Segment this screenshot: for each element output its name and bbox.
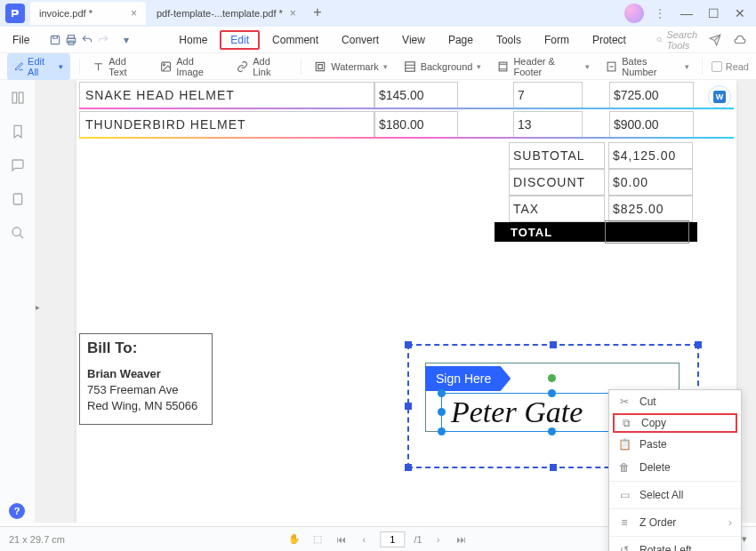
ctx-zorder[interactable]: ≡Z Order›	[609, 511, 741, 534]
tab-template[interactable]: pdf-template-...template.pdf * ×	[148, 2, 305, 25]
ctx-cut[interactable]: ✂Cut	[609, 390, 741, 413]
background-button[interactable]: Background▾	[400, 59, 486, 75]
new-tab-button[interactable]: +	[307, 2, 328, 23]
menu-view[interactable]: View	[391, 30, 436, 50]
resize-handle[interactable]	[438, 389, 446, 397]
resize-handle[interactable]	[695, 341, 702, 348]
help-button[interactable]: ?	[9, 503, 25, 519]
menu-tools[interactable]: Tools	[486, 30, 532, 50]
bookmark-icon[interactable]	[9, 123, 27, 140]
resize-handle[interactable]	[550, 341, 557, 348]
undo-icon[interactable]	[81, 30, 93, 50]
hand-tool-icon[interactable]: ✋	[287, 532, 302, 547]
edit-toolbar: Edit All ▾ Add Text Add Image Add Link W…	[0, 53, 756, 80]
first-page-icon[interactable]: ⏮	[334, 532, 348, 547]
dropdown-icon[interactable]: ▾	[124, 30, 129, 50]
add-image-button[interactable]: Add Image	[157, 54, 224, 79]
header-footer-button[interactable]: Header & Footer▾	[494, 54, 593, 79]
thumbnails-icon[interactable]	[9, 89, 27, 107]
search-tools[interactable]: Search Tools	[656, 29, 702, 51]
collapse-chevron-icon[interactable]: ▶	[36, 302, 40, 312]
titlebar: invoice.pdf * × pdf-template-...template…	[0, 0, 756, 27]
redo-icon[interactable]	[97, 30, 109, 50]
ctx-delete[interactable]: 🗑Delete	[609, 456, 741, 479]
ctx-paste[interactable]: 📋Paste	[609, 433, 741, 456]
cell-qty[interactable]: 13	[513, 111, 583, 138]
close-icon[interactable]: ×	[131, 7, 137, 20]
svg-rect-13	[13, 194, 21, 204]
menu-comment[interactable]: Comment	[261, 30, 329, 50]
cell-total[interactable]: $725.00	[609, 82, 694, 108]
bill-to-addr2: Red Wing, MN 55066	[87, 398, 205, 414]
rotate-handle[interactable]	[548, 374, 556, 382]
ctx-copy[interactable]: ⧉Copy	[613, 413, 737, 433]
cut-icon: ✂	[618, 395, 631, 408]
print-icon[interactable]	[65, 30, 77, 50]
read-checkbox[interactable]: Read	[712, 61, 749, 72]
add-link-button[interactable]: Add Link	[233, 54, 292, 79]
save-icon[interactable]	[49, 30, 61, 50]
bill-to-name: Brian Weaver	[87, 366, 205, 382]
cloud-icon[interactable]	[730, 30, 750, 50]
menu-page[interactable]: Page	[438, 30, 484, 50]
page-input[interactable]	[380, 531, 405, 547]
summary-row: DISCOUNT$0.00	[509, 169, 693, 196]
menu-convert[interactable]: Convert	[331, 30, 390, 50]
search-placeholder: Search Tools	[666, 29, 701, 51]
next-page-icon[interactable]: ›	[431, 532, 446, 547]
cell-item[interactable]: THUNDERBIRD HELMET	[79, 111, 374, 138]
tab-invoice[interactable]: invoice.pdf * ×	[30, 2, 146, 25]
chevron-right-icon: ›	[728, 516, 732, 529]
sign-here-badge[interactable]: Sign Here	[425, 366, 511, 391]
search-icon[interactable]	[9, 224, 27, 242]
svg-rect-11	[12, 92, 17, 103]
user-avatar[interactable]	[624, 4, 644, 23]
ctx-select-all[interactable]: ▭Select All	[609, 483, 741, 507]
resize-handle[interactable]	[405, 341, 412, 348]
resize-handle[interactable]	[550, 464, 557, 471]
menu-protect[interactable]: Protect	[582, 30, 637, 50]
main-menus: Home Edit Comment Convert View Page Tool…	[168, 30, 637, 50]
attachment-icon[interactable]	[9, 190, 27, 208]
last-page-icon[interactable]: ⏭	[454, 532, 469, 547]
resize-handle[interactable]	[438, 427, 446, 435]
summary-row: TAX$825.00	[509, 196, 693, 222]
menu-home[interactable]: Home	[168, 30, 218, 50]
resize-handle[interactable]	[405, 403, 412, 410]
cell-qty[interactable]: 7	[513, 82, 583, 108]
more-icon[interactable]: ⋮	[649, 3, 671, 24]
bill-to-heading: Bill To:	[87, 339, 205, 357]
bill-to-box[interactable]: Bill To: Brian Weaver 753 Freeman Ave Re…	[79, 333, 213, 425]
svg-point-6	[163, 63, 165, 65]
svg-rect-0	[52, 36, 60, 44]
menu-file[interactable]: File	[7, 34, 35, 46]
maximize-button[interactable]: ☐	[703, 3, 724, 24]
cell-price[interactable]: $145.00	[374, 82, 458, 108]
minimize-button[interactable]: —	[676, 3, 697, 24]
menu-edit[interactable]: Edit	[220, 30, 260, 50]
add-text-button[interactable]: Add Text	[89, 54, 148, 79]
zoom-dropdown-icon[interactable]: ▾	[742, 533, 747, 545]
cell-item[interactable]: SNAKE HEAD HELMET	[79, 82, 374, 108]
edit-all-button[interactable]: Edit All ▾	[7, 53, 70, 80]
watermark-button[interactable]: Watermark▾	[310, 59, 390, 75]
cell-total[interactable]: $900.00	[609, 111, 694, 138]
document-tabs: invoice.pdf * × pdf-template-...template…	[30, 2, 624, 25]
svg-point-4	[657, 37, 661, 41]
cell-price[interactable]: $180.00	[374, 111, 458, 138]
left-sidebar	[0, 80, 36, 523]
bates-number-button[interactable]: Bates Number▾	[602, 54, 693, 79]
resize-handle[interactable]	[405, 464, 412, 471]
resize-handle[interactable]	[548, 389, 556, 397]
send-icon[interactable]	[705, 30, 725, 50]
close-button[interactable]: ✕	[729, 3, 751, 24]
close-icon[interactable]: ×	[290, 7, 296, 20]
ctx-rotate-left[interactable]: ↺Rotate Left	[609, 539, 741, 551]
prev-page-icon[interactable]: ‹	[357, 532, 371, 547]
comment-icon[interactable]	[9, 156, 27, 174]
delete-icon: 🗑	[618, 461, 631, 474]
select-tool-icon[interactable]: ⬚	[310, 532, 325, 547]
resize-handle[interactable]	[438, 408, 446, 416]
resize-handle[interactable]	[548, 427, 556, 435]
menu-form[interactable]: Form	[534, 30, 580, 50]
